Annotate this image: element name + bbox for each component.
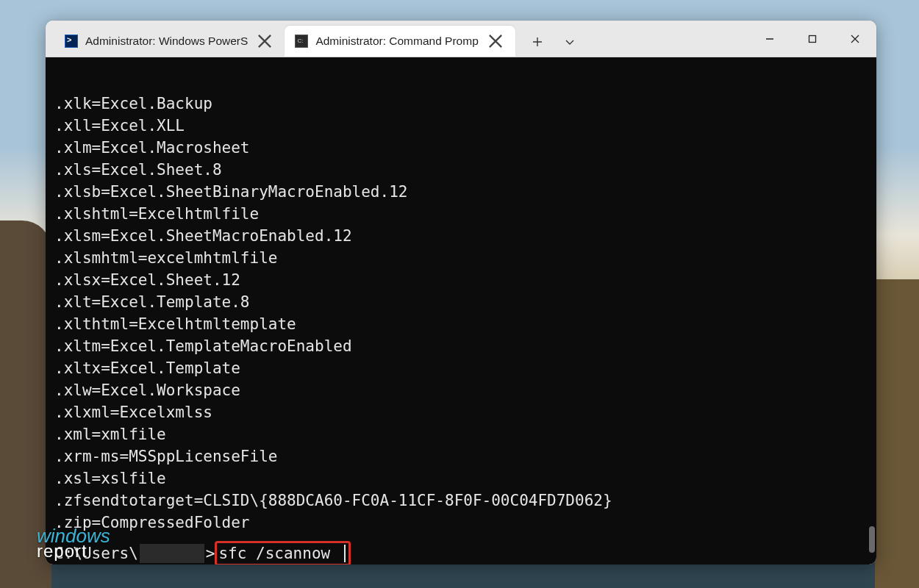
tab-command-prompt[interactable]: Administrator: Command Promp xyxy=(285,26,515,57)
desktop-background-rock-right xyxy=(875,279,919,588)
tab-label: Administrator: Windows PowerS xyxy=(85,35,248,48)
window-controls xyxy=(748,21,876,57)
terminal-window: Administrator: Windows PowerS Administra… xyxy=(46,21,876,564)
command-highlight-box xyxy=(215,541,351,564)
scrollbar-thumb[interactable] xyxy=(869,526,875,553)
close-icon[interactable] xyxy=(486,32,505,51)
svg-rect-0 xyxy=(809,35,816,42)
powershell-icon xyxy=(65,35,78,48)
tab-label: Administrator: Command Promp xyxy=(315,35,478,48)
tab-powershell[interactable]: Administrator: Windows PowerS xyxy=(54,26,285,57)
tab-dropdown-button[interactable] xyxy=(555,27,584,57)
prompt-line: C:\Users\ > xyxy=(54,541,868,564)
minimize-button[interactable] xyxy=(748,21,791,57)
tab-strip: Administrator: Windows PowerS Administra… xyxy=(46,21,748,57)
watermark-logo: windows report xyxy=(37,528,110,559)
terminal-output: .xlk=Excel.Backup .xll=Excel.XLL .xlm=Ex… xyxy=(54,71,868,534)
close-icon[interactable] xyxy=(255,32,274,51)
close-window-button[interactable] xyxy=(834,21,876,57)
command-input[interactable] xyxy=(218,545,343,562)
terminal-viewport[interactable]: .xlk=Excel.Backup .xll=Excel.XLL .xlm=Ex… xyxy=(46,57,876,564)
prompt-suffix: > xyxy=(206,542,215,564)
redacted-username xyxy=(140,544,204,563)
maximize-button[interactable] xyxy=(791,21,834,57)
text-cursor xyxy=(344,545,346,562)
cmd-icon xyxy=(295,35,308,48)
new-tab-button[interactable] xyxy=(523,27,552,57)
titlebar[interactable]: Administrator: Windows PowerS Administra… xyxy=(46,21,876,57)
